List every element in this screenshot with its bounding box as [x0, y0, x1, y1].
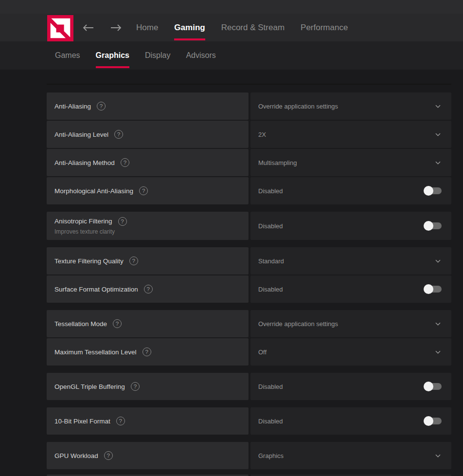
setting-value-cell[interactable]: Disabled — [250, 212, 451, 240]
setting-row: Texture Filtering Quality Standard — [47, 247, 451, 275]
setting-row: Anti-Aliasing Override application setti… — [47, 92, 451, 120]
toggle-switch[interactable] — [424, 416, 442, 426]
section-divider — [47, 84, 451, 85]
tab-gaming[interactable]: Gaming — [174, 14, 205, 41]
setting-label-cell: Texture Filtering Quality — [47, 247, 249, 275]
settings-group: Tessellation Mode Override application s… — [47, 310, 451, 366]
setting-label-cell: 10-Bit Pixel Format — [47, 407, 249, 435]
setting-row: 10-Bit Pixel Format Disabled — [47, 407, 451, 435]
toggle-knob — [424, 416, 433, 426]
toggle-switch[interactable] — [424, 186, 442, 196]
toggle-knob — [424, 284, 433, 294]
setting-value: Disabled — [258, 383, 424, 390]
tab-games[interactable]: Games — [55, 41, 80, 70]
setting-label: Anti-Aliasing Method — [54, 159, 115, 166]
chevron-down-icon[interactable] — [434, 159, 442, 166]
setting-label-cell: Anti-Aliasing — [47, 92, 249, 120]
forward-arrow-icon[interactable] — [110, 14, 123, 41]
toggle-knob — [424, 221, 433, 231]
chevron-down-icon[interactable] — [434, 348, 442, 356]
tab-graphics[interactable]: Graphics — [96, 41, 129, 70]
setting-value: 2X — [258, 131, 434, 138]
setting-label-cell: Morphological Anti-Aliasing — [47, 177, 249, 204]
setting-row: Anti-Aliasing Method Multisampling — [47, 149, 451, 176]
help-icon[interactable] — [121, 158, 129, 167]
setting-label-cell: Tessellation Mode — [47, 310, 249, 337]
settings-group: Texture Filtering Quality Standard Surfa… — [47, 247, 451, 303]
settings-group: 10-Bit Pixel Format Disabled — [47, 407, 451, 435]
setting-label-cell: Surface Format Optimization — [47, 275, 249, 303]
help-icon[interactable] — [104, 451, 113, 460]
help-icon[interactable] — [144, 285, 153, 293]
help-icon[interactable] — [142, 348, 151, 356]
setting-value-cell[interactable]: 2X — [250, 121, 451, 148]
setting-value: Multisampling — [258, 159, 434, 166]
setting-label: Texture Filtering Quality — [54, 257, 124, 265]
help-icon[interactable] — [116, 417, 125, 425]
setting-value: Graphics — [258, 452, 434, 459]
setting-value-cell[interactable]: Override application settings — [250, 92, 451, 120]
chevron-down-icon[interactable] — [434, 257, 442, 265]
tab-performance[interactable]: Performance — [301, 14, 348, 41]
toggle-switch[interactable] — [424, 284, 442, 294]
setting-label: Anti-Aliasing Level — [54, 131, 108, 138]
chevron-down-icon[interactable] — [434, 452, 442, 459]
setting-label: Morphological Anti-Aliasing — [54, 187, 133, 195]
tab-advisors[interactable]: Advisors — [186, 41, 215, 70]
main-nav-bar: Home Gaming Record & Stream Performance — [0, 14, 463, 41]
setting-row: Tessellation Mode Override application s… — [47, 310, 451, 337]
setting-label-cell: Anti-Aliasing Method — [47, 149, 249, 176]
tab-record-stream[interactable]: Record & Stream — [221, 14, 285, 41]
setting-value: Disabled — [258, 286, 424, 293]
chevron-down-icon[interactable] — [434, 131, 442, 138]
settings-group: Anti-Aliasing Override application setti… — [47, 92, 451, 204]
setting-value-cell[interactable]: Override application settings — [250, 310, 451, 337]
setting-label: Anti-Aliasing — [54, 103, 91, 110]
back-arrow-icon[interactable] — [82, 14, 94, 41]
help-icon[interactable] — [129, 256, 138, 265]
setting-value-cell[interactable]: Graphics — [250, 442, 451, 469]
help-icon[interactable] — [139, 186, 148, 195]
setting-value-cell[interactable]: Standard — [250, 247, 451, 275]
setting-row: Maximum Tessellation Level Off — [47, 338, 451, 366]
amd-arrow-icon — [47, 15, 74, 41]
setting-row: OpenGL Triple Buffering Disabled — [47, 373, 451, 400]
help-icon[interactable] — [97, 102, 106, 110]
setting-value-cell[interactable]: Disabled — [250, 275, 451, 303]
help-icon[interactable] — [131, 382, 140, 391]
chevron-down-icon[interactable] — [434, 320, 442, 328]
setting-row: Anti-Aliasing Level 2X — [47, 121, 451, 148]
setting-value-cell[interactable]: Multisampling — [250, 149, 451, 176]
toggle-switch[interactable] — [424, 382, 442, 391]
chevron-down-icon[interactable] — [434, 103, 442, 110]
help-icon[interactable] — [114, 130, 123, 139]
amd-logo[interactable] — [47, 15, 74, 41]
setting-value-cell[interactable]: Disabled — [250, 407, 451, 435]
tab-display[interactable]: Display — [145, 41, 170, 70]
settings-list: Anti-Aliasing Override application setti… — [0, 92, 463, 469]
setting-label-cell: OpenGL Triple Buffering — [47, 373, 249, 400]
help-icon[interactable] — [118, 217, 127, 226]
setting-value-cell[interactable]: Disabled — [250, 177, 451, 204]
setting-value: Off — [258, 348, 434, 356]
setting-value: Override application settings — [258, 103, 434, 110]
setting-row: Morphological Anti-Aliasing Disabled — [47, 177, 451, 204]
setting-label-cell: Anisotropic Filtering Improves texture c… — [47, 212, 249, 240]
graphics-settings-page: Anti-Aliasing Override application setti… — [0, 84, 463, 476]
setting-label: Tessellation Mode — [54, 320, 107, 328]
setting-value: Override application settings — [258, 320, 434, 328]
setting-row: Anisotropic Filtering Improves texture c… — [47, 212, 451, 240]
settings-group: GPU Workload Graphics — [47, 442, 451, 469]
setting-value-cell[interactable]: Off — [250, 338, 451, 366]
toggle-knob — [424, 186, 433, 196]
toggle-switch[interactable] — [424, 221, 442, 231]
setting-value-cell[interactable]: Disabled — [250, 373, 451, 400]
tab-home[interactable]: Home — [136, 14, 158, 41]
setting-row: GPU Workload Graphics — [47, 442, 451, 469]
setting-value: Standard — [258, 257, 434, 265]
setting-label-cell: Anti-Aliasing Level — [47, 121, 249, 148]
setting-label: Anisotropic Filtering — [54, 218, 112, 225]
sub-nav-bar: Games Graphics Display Advisors — [0, 41, 463, 70]
settings-group: Anisotropic Filtering Improves texture c… — [47, 212, 451, 240]
help-icon[interactable] — [113, 319, 122, 328]
